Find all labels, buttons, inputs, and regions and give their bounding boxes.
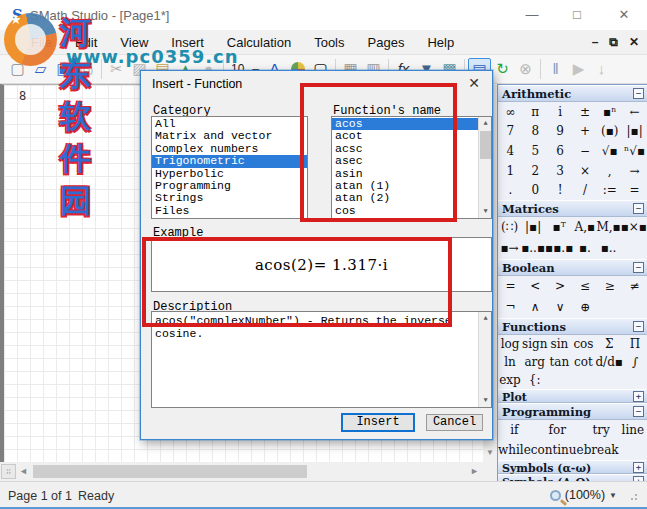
palette-button-[interactable]: ≠ xyxy=(622,279,647,293)
mdi-minimize-button[interactable]: – xyxy=(592,35,599,49)
palette-button-[interactable]: / xyxy=(573,183,598,197)
palette-button-tan[interactable]: tan xyxy=(547,355,571,369)
menu-tools[interactable]: Tools xyxy=(309,33,349,52)
palette-button-cos[interactable]: cos xyxy=(571,337,595,351)
palette-button-[interactable]: ▪.. xyxy=(596,241,620,255)
panel-header-boolean[interactable]: Boolean− xyxy=(498,259,647,276)
palette-button-[interactable]: ∧ xyxy=(523,300,548,314)
palette-button-line[interactable]: line xyxy=(619,423,647,437)
palette-button-for[interactable]: for xyxy=(531,423,584,437)
menu-insert[interactable]: Insert xyxy=(166,33,209,52)
palette-button-[interactable]: = xyxy=(622,183,647,197)
palette-button-[interactable]: = xyxy=(498,279,523,293)
collapse-icon[interactable]: − xyxy=(633,203,644,214)
palette-button-m[interactable]: M,▪ xyxy=(596,220,620,234)
palette-button-[interactable]: := xyxy=(597,183,622,197)
menu-help[interactable]: Help xyxy=(422,33,459,52)
open-icon[interactable]: ▱ xyxy=(29,58,52,80)
palette-button-[interactable]: ± xyxy=(573,105,598,119)
palette-button-5[interactable]: 5 xyxy=(523,144,548,158)
collapse-icon[interactable]: − xyxy=(633,88,644,99)
palette-button-8[interactable]: 8 xyxy=(523,124,548,138)
resize-grip[interactable] xyxy=(627,490,637,500)
palette-button-d-d[interactable]: d/d▪ xyxy=(595,355,623,369)
panel-header-programming[interactable]: Programming− xyxy=(498,403,647,420)
palette-button-try[interactable]: try xyxy=(584,423,619,437)
palette-button-4[interactable]: 4 xyxy=(498,144,523,158)
mdi-close-button[interactable]: ✕ xyxy=(629,35,639,49)
palette-button-continue[interactable]: continue xyxy=(531,443,584,457)
scroll-down-icon[interactable]: ▼ xyxy=(479,205,492,218)
palette-button-[interactable]: . xyxy=(498,183,523,197)
scrollbar-thumb[interactable] xyxy=(33,465,307,478)
palette-button-[interactable]: |▪| xyxy=(622,124,647,138)
palette-button-1[interactable]: 1 xyxy=(498,164,523,178)
palette-button-[interactable]: ≤ xyxy=(573,279,598,293)
palette-button-[interactable]: {: xyxy=(522,373,547,387)
scroll-down-icon[interactable]: ▼ xyxy=(483,446,497,460)
menu-file[interactable]: File xyxy=(26,33,57,52)
palette-button-[interactable]: ▪..▪ xyxy=(521,241,545,255)
palette-button-[interactable]: ▪ᵀ xyxy=(545,220,573,234)
palette-button-[interactable]: |▪| xyxy=(521,220,545,234)
panel-header-arithmetic[interactable]: Arithmetic− xyxy=(498,85,647,102)
dialog-close-icon[interactable]: ✕ xyxy=(465,75,483,91)
palette-button-π[interactable]: Π xyxy=(623,337,647,351)
palette-button-i[interactable]: i xyxy=(548,105,573,119)
cut-icon[interactable]: ✂ xyxy=(105,58,128,80)
maximize-button[interactable]: □ xyxy=(562,5,592,25)
palette-button-[interactable]: ¬ xyxy=(498,300,523,314)
list-scrollbar[interactable]: ▲ ▼ xyxy=(478,117,491,218)
palette-button-[interactable]: − xyxy=(573,144,598,158)
scrollbar-thumb[interactable] xyxy=(480,131,491,159)
palette-button-[interactable]: ⁿ√▪ xyxy=(622,144,647,158)
play-icon[interactable]: ▶ xyxy=(567,58,590,80)
palette-button-π[interactable]: π xyxy=(523,105,548,119)
palette-button-[interactable]: × xyxy=(573,164,598,178)
scroll-down-icon[interactable]: ▼ xyxy=(479,394,492,407)
palette-button-[interactable]: ! xyxy=(548,183,573,197)
menu-view[interactable]: View xyxy=(115,33,153,52)
palette-button-ln[interactable]: ln xyxy=(498,355,522,369)
save-icon[interactable]: ▣ xyxy=(52,58,75,80)
step-icon[interactable]: ↓ xyxy=(590,58,613,80)
category-trigonometric[interactable]: Trigonometric xyxy=(152,155,307,167)
expand-icon[interactable]: + xyxy=(633,462,644,473)
panel-header-plot[interactable]: Plot+ xyxy=(498,389,647,403)
print-icon[interactable]: ⎙ xyxy=(75,58,98,80)
collapse-icon[interactable]: − xyxy=(633,406,644,417)
palette-button-[interactable]: √▪ xyxy=(597,144,622,158)
palette-button-6[interactable]: 6 xyxy=(548,144,573,158)
collapse-icon[interactable]: − xyxy=(633,262,644,273)
palette-button-[interactable]: (▪) xyxy=(597,124,622,138)
palette-button-[interactable]: ▪ⁿ xyxy=(597,105,622,119)
palette-button-sin[interactable]: sin xyxy=(547,337,571,351)
pause-icon[interactable]: ‖ xyxy=(544,58,567,80)
palette-button-log[interactable]: log xyxy=(498,337,522,351)
palette-button-[interactable]: ← xyxy=(622,105,647,119)
description-scrollbar[interactable]: ▲ ▼ xyxy=(478,312,491,407)
cancel-button[interactable]: Cancel xyxy=(426,414,483,431)
palette-button-[interactable]: ▪→ xyxy=(498,241,521,255)
scroll-up-icon[interactable]: ▲ xyxy=(479,312,492,325)
splitter-handle[interactable]: ⁞⁞ xyxy=(1,464,16,479)
category-matrix-and-vector[interactable]: Matrix and vector xyxy=(152,130,307,142)
menu-calculation[interactable]: Calculation xyxy=(222,33,296,52)
zoom-control[interactable]: (100%) ▼ xyxy=(550,488,637,502)
close-button[interactable]: ✕ xyxy=(609,5,639,25)
menu-pages[interactable]: Pages xyxy=(363,33,410,52)
insert-button[interactable]: Insert xyxy=(341,413,415,432)
category-list[interactable]: AllMatrix and vectorComplex numbersTrigo… xyxy=(151,116,308,219)
mdi-restore-button[interactable]: ⧉ xyxy=(609,35,618,49)
palette-button-σ[interactable]: Σ xyxy=(595,337,623,351)
panel-header-functions[interactable]: Functions− xyxy=(498,318,647,335)
palette-button-[interactable]: ∨ xyxy=(548,300,573,314)
palette-button-[interactable]: < xyxy=(523,279,548,293)
palette-button-[interactable]: ∫ xyxy=(623,355,647,369)
palette-button-while[interactable]: while xyxy=(498,443,531,457)
palette-button-[interactable]: + xyxy=(573,124,598,138)
category-files[interactable]: Files xyxy=(152,205,307,217)
zoom-dropdown-icon[interactable]: ▼ xyxy=(609,491,617,500)
panel-header-symbols-α-ω[interactable]: Symbols (α-ω)+ xyxy=(498,460,647,474)
scroll-up-icon[interactable]: ▲ xyxy=(479,117,492,130)
